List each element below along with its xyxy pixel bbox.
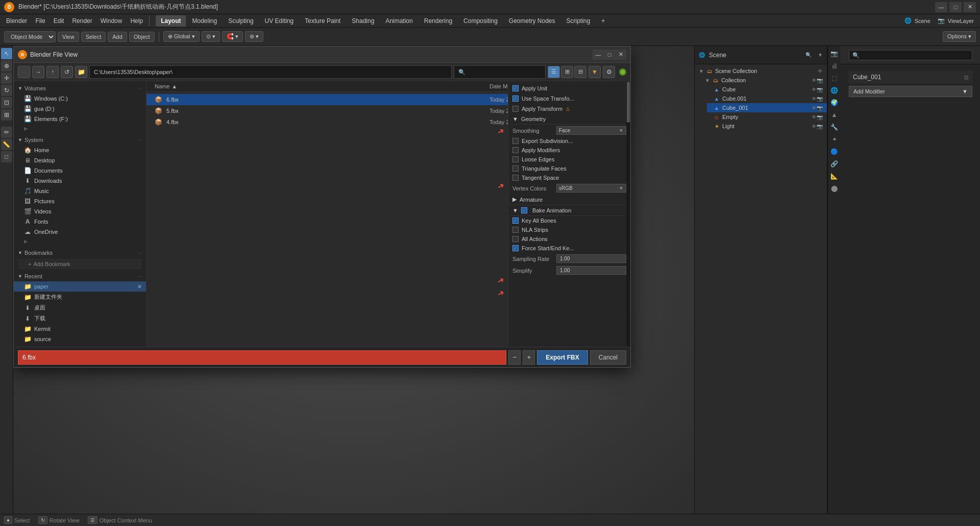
export-fbx-button[interactable]: Export FBX <box>537 350 587 365</box>
sys-home[interactable]: 🏠 Home <box>14 145 146 155</box>
volume-windows[interactable]: 💾 Windows (C:) <box>14 93 146 104</box>
smoothing-dropdown[interactable]: Face ▼ <box>556 126 626 135</box>
sys-documents[interactable]: 📄 Documents <box>14 165 146 176</box>
nav-forward[interactable]: → <box>32 66 44 78</box>
geometry-section-header[interactable]: ▼ Geometry <box>508 114 630 125</box>
nav-back[interactable]: ← <box>18 66 30 78</box>
recent-downloads[interactable]: ⬇ 下载 <box>14 313 146 324</box>
add-bookmark-btn[interactable]: + Add Bookmark <box>18 259 142 269</box>
select-menu[interactable]: Select <box>81 32 106 42</box>
prop-tab-modifier[interactable]: 🔧 <box>829 122 840 133</box>
dialog-maximize[interactable]: □ <box>604 50 615 60</box>
recent-header[interactable]: ▼ Recent ··· <box>14 271 146 281</box>
recent-more[interactable]: ··· <box>138 274 142 279</box>
recent-desktop[interactable]: ⬇ 桌面 <box>14 302 146 313</box>
volumes-more[interactable]: ··· <box>138 86 142 91</box>
key-all-bones-checkbox[interactable]: ✓ <box>512 218 519 224</box>
prop-tab-particles[interactable]: ✦ <box>829 134 840 145</box>
prop-tab-view-layer[interactable]: ⬚ <box>829 73 840 84</box>
proportional-btn[interactable]: ⊚ ▾ <box>245 31 263 42</box>
sampling-rate-value[interactable]: 1.00 <box>556 254 626 263</box>
menu-render[interactable]: Render <box>68 16 96 26</box>
view-menu[interactable]: View <box>58 32 79 42</box>
force-start-end-checkbox[interactable]: ✓ <box>512 245 519 251</box>
tab-geometry-nodes[interactable]: Geometry Nodes <box>504 15 560 27</box>
vertex-colors-dropdown[interactable]: sRGB ▼ <box>556 184 626 193</box>
export-subdivision-checkbox[interactable] <box>512 138 519 144</box>
filter-icon-outliner[interactable]: ▼ <box>818 52 823 58</box>
menu-help[interactable]: Help <box>126 16 147 26</box>
scene-collection-item[interactable]: ▼ 🗂 Scene Collection 👁 <box>695 66 827 76</box>
bake-animation-checkbox[interactable]: ✓ <box>521 207 527 213</box>
prop-tab-object[interactable]: ▲ <box>829 109 840 121</box>
light-camera[interactable]: 📷 <box>817 124 823 129</box>
tab-shading[interactable]: Shading <box>347 15 379 27</box>
list-view-btn[interactable]: ☰ <box>548 66 560 78</box>
tab-modeling[interactable]: Modeling <box>187 15 222 27</box>
annotate-tool[interactable]: ✏ <box>1 127 12 138</box>
object-mode-select[interactable]: Object Mode <box>4 31 56 42</box>
transform-tool[interactable]: ⊞ <box>1 109 12 121</box>
col-camera[interactable]: 📷 <box>817 78 823 83</box>
tangent-space-checkbox[interactable] <box>512 175 519 181</box>
dialog-close[interactable]: ✕ <box>615 50 626 60</box>
cube001-camera[interactable]: 📷 <box>817 96 823 102</box>
options-btn-dialog[interactable]: ⚙ <box>603 66 615 78</box>
add-cube-tool[interactable]: □ <box>1 151 12 162</box>
cubeUS-camera[interactable]: 📷 <box>817 105 823 111</box>
recent-kermit[interactable]: 📁 Kermit <box>14 324 146 334</box>
pivot-btn[interactable]: ⊙ ▾ <box>202 31 220 42</box>
armature-section-header[interactable]: ▶ Armature <box>508 194 630 205</box>
apply-modifiers-checkbox[interactable] <box>512 147 519 153</box>
prop-tab-physics[interactable]: 🔵 <box>829 146 840 157</box>
grid-view-btn[interactable]: ⊞ <box>561 66 573 78</box>
cancel-button[interactable]: Cancel <box>590 350 626 365</box>
maximize-button[interactable]: □ <box>949 2 962 12</box>
prop-tab-constraints[interactable]: 🔗 <box>829 158 840 170</box>
move-tool[interactable]: ✛ <box>1 73 12 84</box>
apply-unit-checkbox[interactable]: ✓ <box>512 85 519 91</box>
global-select[interactable]: ⊕ Global ▾ <box>163 31 200 42</box>
sys-desktop[interactable]: 🖥 Desktop <box>14 155 146 165</box>
system-more-row[interactable]: ▶ <box>14 237 146 246</box>
export-panel-scrollbar[interactable] <box>626 81 630 347</box>
triangulate-faces-checkbox[interactable] <box>512 165 519 172</box>
scene-col-eye[interactable]: 👁 <box>818 68 823 74</box>
recent-paper-close[interactable]: ✕ <box>137 283 142 290</box>
tab-scripting[interactable]: Scripting <box>561 15 596 27</box>
nav-up[interactable]: ↑ <box>46 66 59 78</box>
object-menu[interactable]: Object <box>129 32 155 42</box>
prop-tab-output[interactable]: 🖨 <box>829 60 840 71</box>
prop-tab-world[interactable]: 🌍 <box>829 97 840 108</box>
search-input[interactable] <box>454 65 546 79</box>
viewport-area[interactable]: B Blender File View — □ ✕ ← → ↑ ↺ 📁 ☰ ⊞ … <box>13 46 694 514</box>
apply-transform-checkbox[interactable] <box>512 106 519 112</box>
recent-new-folder[interactable]: 📁 新建文件夹 <box>14 292 146 302</box>
nav-parent[interactable]: 📁 <box>75 66 87 78</box>
menu-edit[interactable]: Edit <box>50 16 68 26</box>
tab-rendering[interactable]: Rendering <box>419 15 457 27</box>
system-more[interactable]: ··· <box>138 137 142 143</box>
snap-btn[interactable]: 🧲 ▾ <box>222 31 243 42</box>
empty-item[interactable]: ◇ Empty 👁 📷 <box>707 112 827 122</box>
select-tool[interactable]: ↖ <box>1 48 12 59</box>
cube-item[interactable]: ▲ Cube 👁 📷 <box>707 85 827 94</box>
light-eye[interactable]: 👁 <box>812 124 817 129</box>
col-name[interactable]: Name ▲ <box>155 83 489 89</box>
add-menu[interactable]: Add <box>108 32 127 42</box>
filename-minus[interactable]: − <box>508 350 521 365</box>
bookmarks-header[interactable]: ▼ Bookmarks ··· <box>14 248 146 258</box>
sys-downloads[interactable]: ⬇ Downloads <box>14 176 146 186</box>
prop-tab-scene[interactable]: 🌐 <box>829 85 840 96</box>
volume-elements[interactable]: 💾 Elements (F:) <box>14 114 146 124</box>
volumes-more-row[interactable]: ▶ <box>14 124 146 133</box>
cursor-tool[interactable]: ⊕ <box>1 60 12 71</box>
cubeUS-eye[interactable]: 👁 <box>812 105 817 111</box>
col-eye[interactable]: 👁 <box>812 78 817 83</box>
cube-eye[interactable]: 👁 <box>812 87 817 92</box>
cube001-item[interactable]: ▲ Cube.001 👁 📷 <box>707 94 827 103</box>
sys-onedrive[interactable]: ☁ OneDrive <box>14 227 146 237</box>
dialog-minimize[interactable]: — <box>593 50 604 60</box>
filter-btn[interactable]: ▼ <box>589 66 601 78</box>
close-button[interactable]: ✕ <box>964 2 976 12</box>
